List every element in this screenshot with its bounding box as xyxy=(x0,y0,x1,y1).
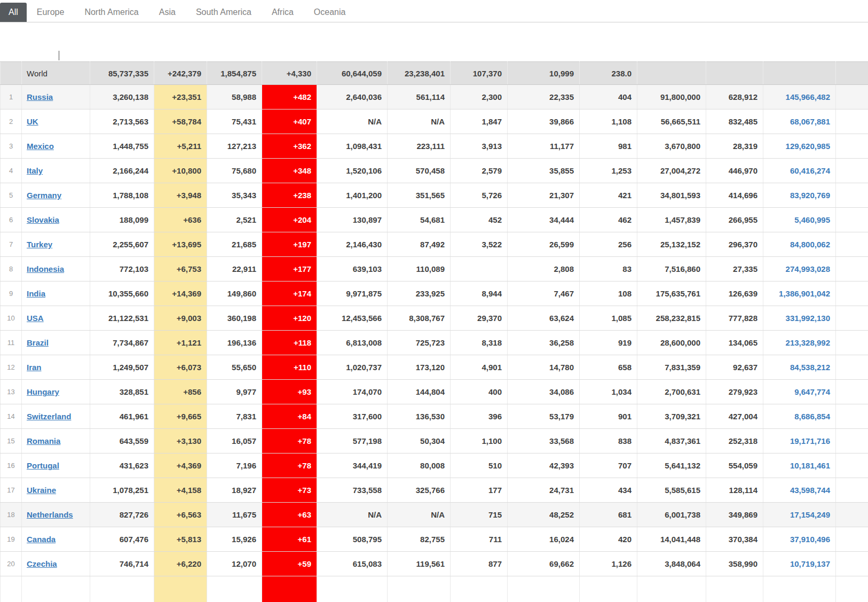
country-link[interactable]: India xyxy=(27,289,45,298)
cell-total-tests: 1,457,839 xyxy=(637,208,706,232)
country-link[interactable]: Slovakia xyxy=(27,215,59,224)
cell-total-tests: 14,041,448 xyxy=(637,527,706,552)
country-link[interactable]: Iran xyxy=(27,363,42,372)
country-link[interactable]: Hungary xyxy=(27,387,59,396)
country-link[interactable]: Ukraine xyxy=(27,486,56,495)
cell-new-deaths: +118 xyxy=(262,331,317,355)
cell-total-tests: 3,670,800 xyxy=(637,134,706,159)
extra-cell xyxy=(836,306,868,331)
country-link[interactable]: Netherlands xyxy=(27,510,73,519)
cell-tests-per-1m: 126,639 xyxy=(706,282,763,306)
cell-total-tests: 4,837,361 xyxy=(637,429,706,454)
cell-population: 43,598,744 xyxy=(763,478,836,503)
country-link[interactable]: Czechia xyxy=(27,559,57,568)
country-cell: UK xyxy=(22,110,90,134)
table-row-brazil: 11Brazil7,734,867+1,121196,136+1186,813,… xyxy=(1,331,868,355)
cell-total-recovered: 344,419 xyxy=(317,454,388,478)
cell-total-cases: 431,623 xyxy=(90,454,154,478)
country-link[interactable]: Italy xyxy=(27,166,43,175)
partial-cell xyxy=(706,576,763,602)
world-total-deaths: 1,854,875 xyxy=(207,62,262,85)
country-link[interactable]: Switzerland xyxy=(27,412,71,421)
table-row-ukraine: 17Ukraine1,078,251+4,15818,927+73733,558… xyxy=(1,478,868,503)
cell-total-tests: 5,641,132 xyxy=(637,454,706,478)
cell-new-cases: +3,130 xyxy=(154,429,207,454)
cell-new-cases: +856 xyxy=(154,380,207,404)
cell-tests-per-1m: 427,004 xyxy=(706,404,763,429)
cell-population: 19,171,716 xyxy=(763,429,836,454)
cell-total-cases: 3,260,138 xyxy=(90,85,154,110)
country-link[interactable]: Brazil xyxy=(27,338,49,347)
cell-tests-per-1m: 554,059 xyxy=(706,454,763,478)
cell-cases-per-1m: 33,568 xyxy=(508,429,580,454)
country-link[interactable]: Portugal xyxy=(27,461,59,470)
cell-total-cases: 772,103 xyxy=(90,257,154,282)
cell-tests-per-1m: 370,384 xyxy=(706,527,763,552)
cell-new-cases: +6,220 xyxy=(154,552,207,576)
country-link[interactable]: USA xyxy=(27,314,44,323)
cell-serious-critical: 396 xyxy=(451,404,508,429)
cell-total-deaths: 127,213 xyxy=(207,134,262,159)
cell-tests-per-1m: 358,990 xyxy=(706,552,763,576)
country-link[interactable]: Mexico xyxy=(27,142,54,151)
partial-cell xyxy=(317,576,388,602)
cell-tests-per-1m: 296,370 xyxy=(706,232,763,257)
cell-cases-per-1m: 34,086 xyxy=(508,380,580,404)
partial-cell xyxy=(580,576,637,602)
cell-new-cases: +14,369 xyxy=(154,282,207,306)
cell-total-cases: 461,961 xyxy=(90,404,154,429)
cell-active-cases: 173,120 xyxy=(388,355,451,380)
tab-asia[interactable]: Asia xyxy=(149,3,186,22)
cell-total-deaths: 11,675 xyxy=(207,503,262,527)
cell-serious-critical xyxy=(451,257,508,282)
cell-total-deaths: 12,070 xyxy=(207,552,262,576)
country-link[interactable]: Romania xyxy=(27,436,60,445)
tab-north-america[interactable]: North America xyxy=(74,3,148,22)
country-link[interactable]: UK xyxy=(27,117,38,126)
cell-deaths-per-1m: 1,253 xyxy=(580,159,637,183)
cell-tests-per-1m: 266,955 xyxy=(706,208,763,232)
cell-new-deaths: +59 xyxy=(262,552,317,576)
tab-south-america[interactable]: South America xyxy=(186,3,262,22)
country-link[interactable]: Canada xyxy=(27,535,56,544)
extra-cell xyxy=(836,503,868,527)
cell-total-recovered: N/A xyxy=(317,110,388,134)
cell-total-cases: 1,249,507 xyxy=(90,355,154,380)
page-whitespace xyxy=(0,22,868,61)
country-link[interactable]: Germany xyxy=(27,191,61,200)
cell-total-recovered: 1,401,200 xyxy=(317,183,388,208)
country-link[interactable]: Turkey xyxy=(27,240,52,249)
extra-cell xyxy=(836,478,868,503)
tab-europe[interactable]: Europe xyxy=(27,3,75,22)
tab-all[interactable]: All xyxy=(0,3,27,22)
country-cell: Slovakia xyxy=(22,208,90,232)
cell-cases-per-1m: 48,252 xyxy=(508,503,580,527)
cell-tests-per-1m: 777,828 xyxy=(706,306,763,331)
partial-cell xyxy=(451,576,508,602)
row-rank: 13 xyxy=(1,380,22,404)
cell-serious-critical: 4,901 xyxy=(451,355,508,380)
country-link[interactable]: Indonesia xyxy=(27,264,64,273)
country-cell: Indonesia xyxy=(22,257,90,282)
cell-tests-per-1m: 832,485 xyxy=(706,110,763,134)
cell-deaths-per-1m: 681 xyxy=(580,503,637,527)
tab-africa[interactable]: Africa xyxy=(262,3,304,22)
cell-deaths-per-1m: 83 xyxy=(580,257,637,282)
country-link[interactable]: Russia xyxy=(27,92,53,101)
tab-oceania[interactable]: Oceania xyxy=(304,3,356,22)
extra-cell xyxy=(836,85,868,110)
cell-total-deaths: 35,343 xyxy=(207,183,262,208)
cell-active-cases: 144,804 xyxy=(388,380,451,404)
extra-cell xyxy=(836,232,868,257)
world-active-cases: 23,238,401 xyxy=(388,62,451,85)
country-cell: Romania xyxy=(22,429,90,454)
cell-total-tests: 34,801,593 xyxy=(637,183,706,208)
table-row-turkey: 7Turkey2,255,607+13,69521,685+1972,146,4… xyxy=(1,232,868,257)
country-cell: Switzerland xyxy=(22,404,90,429)
country-cell: USA xyxy=(22,306,90,331)
extra-cell xyxy=(836,183,868,208)
cell-new-cases: +5,211 xyxy=(154,134,207,159)
cell-serious-critical: 8,318 xyxy=(451,331,508,355)
cell-total-tests: 7,516,860 xyxy=(637,257,706,282)
cell-total-recovered: 174,070 xyxy=(317,380,388,404)
